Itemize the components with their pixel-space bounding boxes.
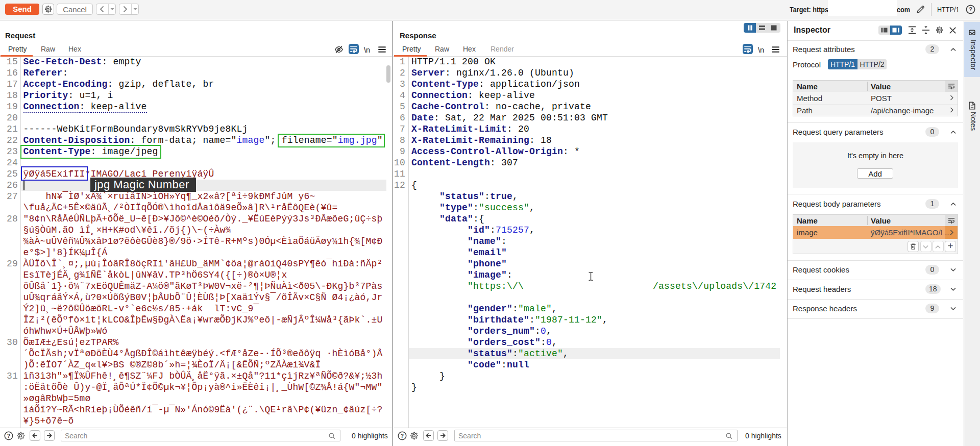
svg-text:?: ?: [401, 433, 404, 439]
svg-text:?: ?: [969, 6, 972, 12]
svg-text:?: ?: [7, 433, 10, 439]
